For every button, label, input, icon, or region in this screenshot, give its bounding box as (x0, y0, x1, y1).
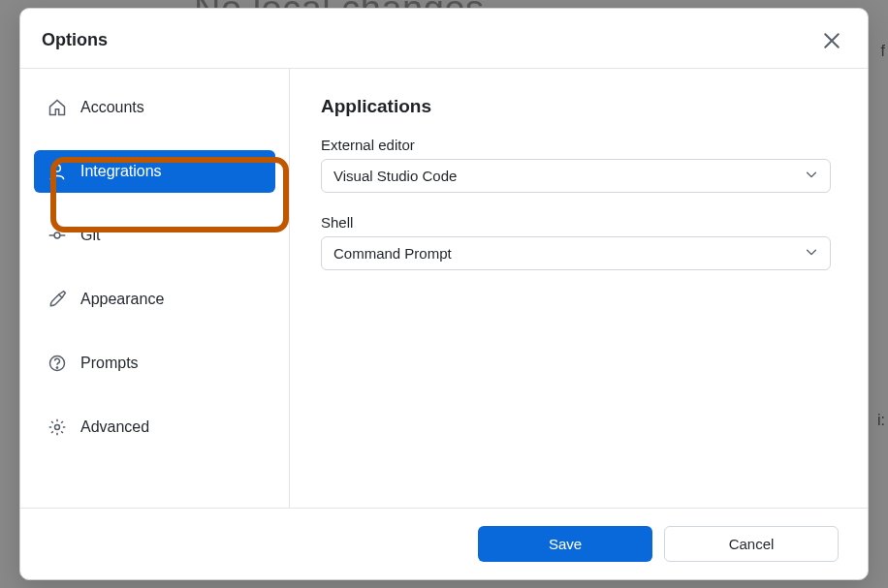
cancel-button[interactable]: Cancel (664, 526, 839, 562)
background-fragment: i: (877, 412, 885, 429)
person-icon (48, 162, 67, 181)
gear-icon (48, 418, 67, 437)
select-value: Visual Studio Code (333, 168, 457, 184)
sidebar: Accounts Integrations Git Appearance (20, 69, 290, 508)
sidebar-item-label: Advanced (80, 418, 149, 436)
sidebar-item-label: Prompts (80, 355, 139, 372)
sidebar-item-prompts[interactable]: Prompts (34, 342, 275, 385)
shell-select[interactable]: Command Prompt (321, 236, 831, 270)
sidebar-item-label: Appearance (80, 291, 164, 308)
content-panel: Applications External editor Visual Stud… (290, 69, 868, 508)
close-button[interactable] (823, 32, 840, 49)
sidebar-item-label: Accounts (80, 99, 144, 116)
commit-icon (48, 226, 67, 245)
brush-icon (48, 290, 67, 309)
select-value: Command Prompt (333, 245, 452, 262)
dialog-body: Accounts Integrations Git Appearance (20, 69, 868, 509)
sidebar-item-advanced[interactable]: Advanced (34, 406, 275, 449)
dialog-header: Options (20, 9, 868, 69)
sidebar-item-git[interactable]: Git (34, 214, 275, 257)
chevron-down-icon (805, 245, 818, 262)
dialog-title: Options (42, 30, 108, 50)
external-editor-label: External editor (321, 137, 831, 153)
question-icon (48, 354, 67, 373)
home-icon (48, 98, 67, 117)
external-editor-select[interactable]: Visual Studio Code (321, 159, 831, 193)
save-button[interactable]: Save (478, 526, 652, 562)
background-fragment: f (881, 43, 885, 60)
sidebar-item-label: Git (80, 227, 100, 244)
sidebar-item-appearance[interactable]: Appearance (34, 278, 275, 321)
section-title: Applications (321, 96, 831, 117)
chevron-down-icon (805, 168, 818, 184)
options-dialog: Options Accounts Integrations (19, 8, 869, 580)
svg-point-5 (56, 367, 57, 368)
svg-point-0 (54, 165, 61, 171)
svg-point-1 (54, 232, 60, 238)
sidebar-item-label: Integrations (80, 163, 162, 180)
close-icon (823, 32, 840, 49)
sidebar-item-integrations[interactable]: Integrations (34, 150, 275, 193)
shell-label: Shell (321, 214, 831, 231)
sidebar-item-accounts[interactable]: Accounts (34, 86, 275, 129)
svg-point-6 (55, 425, 60, 430)
dialog-footer: Save Cancel (20, 509, 868, 579)
